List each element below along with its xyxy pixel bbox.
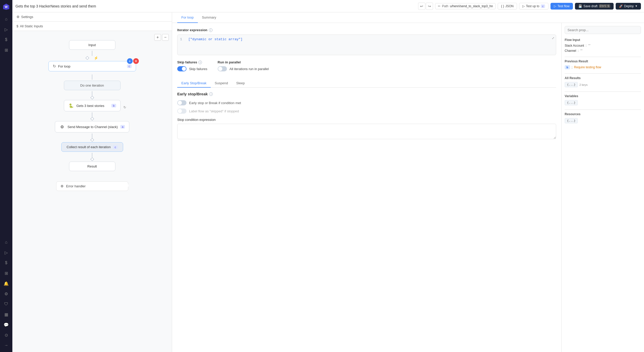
right-content: Iterator expression i 1 ["dynamic or sta… bbox=[172, 23, 644, 352]
early-stop-toggle-row: Early stop or Break if condition met bbox=[177, 100, 556, 105]
sidebar-item-billing[interactable]: $ bbox=[2, 35, 11, 44]
skip-info-icon: i bbox=[198, 61, 202, 64]
resources-badge-text: {...} bbox=[567, 119, 575, 122]
early-stop-info-icon: i bbox=[209, 92, 213, 96]
condition-label: Stop condition expression bbox=[177, 118, 556, 122]
run-parallel-toggle[interactable] bbox=[218, 66, 227, 71]
tab-sleep[interactable]: Sleep bbox=[232, 79, 249, 88]
search-prop-input[interactable] bbox=[565, 26, 641, 34]
settings-bar[interactable]: ⚙ Settings bbox=[12, 12, 172, 22]
early-stop-toggle[interactable] bbox=[177, 100, 187, 105]
loop-inner: Do one iteration 🐍 G bbox=[48, 71, 136, 152]
add-node-button[interactable]: + bbox=[127, 58, 133, 64]
code-expand-icon[interactable]: ⤢ bbox=[552, 36, 554, 40]
tab-early-stop[interactable]: Early Stop/Break bbox=[177, 79, 211, 88]
label-flow-toggle[interactable] bbox=[177, 108, 187, 114]
send-message-label: Send Message to Channel (slack) bbox=[67, 125, 118, 129]
gets-3-node[interactable]: 🐍 Gets 3 best stories b bbox=[64, 100, 121, 111]
static-inputs-bar[interactable]: $ All Static Inputs bbox=[12, 22, 172, 31]
sidebar-item-play[interactable]: ▷ bbox=[2, 248, 11, 257]
connector-1: ⚡ bbox=[86, 50, 98, 61]
flow-title: Gets the top 3 HackerNews stories and se… bbox=[15, 4, 416, 8]
undo-button[interactable]: ↩ bbox=[418, 3, 425, 10]
slack-colon: : bbox=[586, 44, 586, 47]
for-loop-badge: c bbox=[127, 64, 132, 68]
result-node[interactable]: Result bbox=[69, 162, 115, 171]
tab-summary[interactable]: Summary bbox=[198, 12, 221, 23]
redo-button[interactable]: ↪ bbox=[426, 3, 433, 10]
run-parallel-group: Run in parallel All iterations run in pa… bbox=[218, 60, 269, 71]
test-flow-button[interactable]: ▷ Test flow bbox=[550, 3, 573, 10]
skip-failures-title: Skip failures i bbox=[177, 60, 207, 64]
settings-label: Settings bbox=[21, 15, 33, 19]
remove-node-button[interactable]: ✕ bbox=[133, 58, 139, 64]
static-inputs-label: All Static Inputs bbox=[20, 24, 43, 28]
all-results-title: All Results bbox=[565, 76, 641, 80]
zoom-in-button[interactable]: + bbox=[154, 34, 161, 41]
test-up-button[interactable]: ▷ Test up to c bbox=[519, 3, 549, 10]
tab-suspend[interactable]: Suspend bbox=[211, 79, 232, 88]
collect-result-node[interactable]: Collect result of each iteration c bbox=[61, 142, 123, 152]
sidebar-item-home[interactable]: ⌂ bbox=[2, 14, 11, 24]
json-icon: { } bbox=[501, 4, 504, 8]
code-editor[interactable]: 1 ["dynamic or static array"] ⤢ bbox=[177, 35, 556, 55]
code-content: ["dynamic or static array"] bbox=[188, 37, 243, 41]
sidebar-item-shield[interactable]: 🛡 bbox=[2, 299, 11, 309]
separator-1 bbox=[565, 57, 641, 57]
flow-input-title: Flow Input bbox=[565, 38, 641, 42]
sidebar-item-flows[interactable]: ▷ bbox=[2, 25, 11, 34]
sidebar-item-logout[interactable]: → bbox=[2, 341, 11, 350]
do-one-iteration-node[interactable]: Do one iteration bbox=[64, 81, 121, 90]
editor-section: Iterator expression i 1 ["dynamic or sta… bbox=[172, 23, 562, 352]
send-message-node[interactable]: ⚙ Send Message to Channel (slack) a bbox=[55, 121, 129, 132]
sidebar-item-chat[interactable]: 💬 bbox=[2, 320, 11, 329]
separator-4 bbox=[565, 110, 641, 110]
condition-textarea[interactable] bbox=[177, 124, 556, 139]
deploy-icon: 🚀 bbox=[619, 4, 623, 8]
deploy-button[interactable]: 🚀 Deploy ▼ bbox=[616, 3, 641, 10]
zoom-out-button[interactable]: − bbox=[162, 34, 169, 41]
sidebar-item-github[interactable]: ⊙ bbox=[2, 330, 11, 340]
collect-badge: c bbox=[113, 145, 118, 149]
sidebar-item-table[interactable]: ▦ bbox=[2, 310, 11, 319]
variables-section: Variables {...} bbox=[565, 94, 641, 105]
label-flow-row: Label flow as "skipped" if stopped bbox=[177, 108, 556, 114]
suspend-tab-label: Suspend bbox=[215, 81, 228, 85]
prev-result-badge: b bbox=[565, 65, 570, 69]
previous-result-section: Previous Result b : Require testing flow bbox=[565, 60, 641, 69]
test-flow-label: Test flow bbox=[557, 4, 570, 8]
sidebar-item-bell[interactable]: 🔔 bbox=[2, 279, 11, 288]
sidebar-item-apps[interactable]: ⊞ bbox=[2, 269, 11, 278]
code-line-1: 1 ["dynamic or static array"] bbox=[180, 37, 553, 41]
save-draft-button[interactable]: 💾 Save draft Ctrl S bbox=[575, 3, 614, 10]
all-results-section: All Results {...} 2 keys bbox=[565, 76, 641, 87]
settings-icon: ⚙ bbox=[16, 15, 20, 19]
for-loop-header[interactable]: ↻ For loop c + ✕ bbox=[48, 61, 136, 71]
tab-for-loop[interactable]: For loop bbox=[177, 12, 198, 23]
save-icon: 💾 bbox=[578, 4, 582, 8]
sidebar-item-home2[interactable]: ⌂ bbox=[2, 238, 11, 247]
gets-3-label: Gets 3 best stories bbox=[77, 104, 104, 108]
require-testing-label: Require testing flow bbox=[574, 65, 601, 69]
skip-failures-row: Skip failures bbox=[177, 66, 207, 71]
error-handler-label: Error handler bbox=[66, 184, 86, 188]
for-loop-controls: + ✕ bbox=[127, 58, 139, 64]
sidebar-item-gear[interactable]: ⚙ bbox=[2, 289, 11, 298]
refresh-button[interactable]: ↻ bbox=[123, 105, 126, 109]
input-node[interactable]: Input bbox=[69, 40, 115, 50]
json-button[interactable]: { } JSON bbox=[498, 3, 517, 10]
test-up-icon: ▷ bbox=[522, 4, 525, 8]
python-icon: 🐍 bbox=[68, 103, 74, 108]
svg-text:W: W bbox=[5, 5, 8, 9]
for-loop-refresh-icon: ↻ bbox=[53, 64, 56, 69]
resources-section: Resources {...} bbox=[565, 112, 641, 123]
for-loop-label: For loop bbox=[58, 64, 71, 68]
path-value[interactable]: u/henri/send_to_slack_top3_hn bbox=[450, 4, 493, 8]
gets-3-wrapper: 🐍 Gets 3 best stories b ↻ bbox=[64, 100, 121, 111]
sidebar: W ⌂ ▷ $ ⊞ ⌂ ▷ $ ⊞ 🔔 ⚙ 🛡 ▦ 💬 ⊙ → bbox=[0, 0, 12, 352]
sidebar-item-dollar[interactable]: $ bbox=[2, 258, 11, 267]
connector-diamond-2 bbox=[90, 96, 94, 99]
early-stop-title-text: Early stop/Break bbox=[177, 92, 208, 96]
sidebar-item-groups[interactable]: ⊞ bbox=[2, 45, 11, 55]
skip-failures-toggle[interactable] bbox=[177, 66, 187, 71]
